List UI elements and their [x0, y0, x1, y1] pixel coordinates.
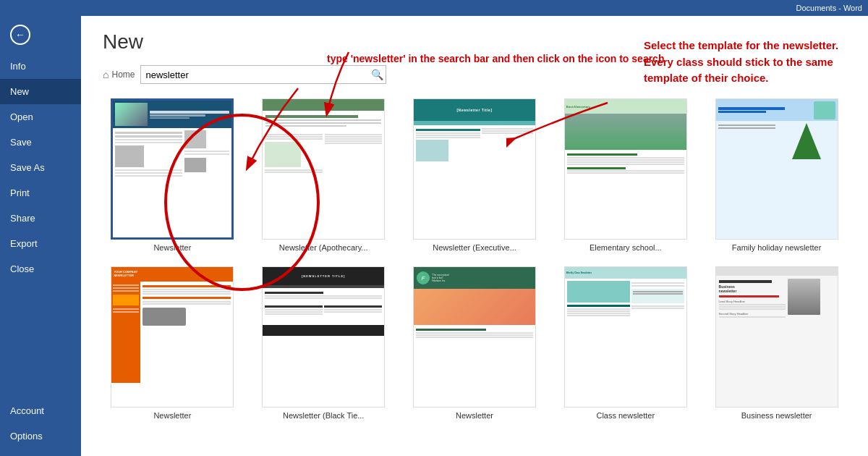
sidebar-item-account[interactable]: Account [0, 398, 81, 423]
template-thumb-1 [111, 98, 234, 240]
template-thumb-8: F "The most naturalfood is fruit"Fabrika… [413, 266, 536, 408]
sidebar-item-options[interactable]: Options [0, 423, 81, 449]
main-container: ← Info New Open Save Save As Print Share… [0, 16, 868, 456]
template-item-10[interactable]: Businessnewsletter Lead Story Headline S… [707, 266, 846, 420]
template-item-3[interactable]: [Newsletter Title] [405, 98, 545, 252]
template-item-5[interactable]: Family holiday newsletter [707, 98, 846, 252]
sidebar: ← Info New Open Save Save As Print Share… [0, 16, 81, 456]
template-thumb-6: YOUR COMPANYNEWSLETTER [111, 266, 234, 408]
title-bar: Documents - Word [0, 0, 868, 16]
sidebar-item-new[interactable]: New [0, 79, 81, 104]
template-label-4: Elementary school... [590, 243, 662, 252]
template-thumb-7: [NEWSLETTER TITLE] [262, 266, 385, 408]
template-label-10: Business newsletter [741, 411, 812, 420]
template-label-2: Newsletter (Apothecary... [279, 243, 368, 252]
sidebar-item-print[interactable]: Print [0, 180, 81, 206]
sidebar-item-save[interactable]: Save [0, 130, 81, 155]
home-label: Home [111, 69, 135, 80]
search-home-button[interactable]: ⌂ Home [103, 69, 135, 80]
template-thumb-4: Birch Elementary [564, 98, 687, 240]
search-input[interactable] [140, 65, 386, 84]
sidebar-item-share[interactable]: Share [0, 206, 81, 231]
template-thumb-2 [262, 98, 385, 240]
template-item-6[interactable]: YOUR COMPANYNEWSLETTER [103, 266, 242, 420]
template-label-3: Newsletter (Executive... [433, 243, 516, 252]
template-item-8[interactable]: F "The most naturalfood is fruit"Fabrika… [405, 266, 545, 420]
templates-grid-row1: Newsletter [103, 98, 846, 252]
template-item-1[interactable]: Newsletter [103, 98, 242, 252]
sidebar-item-open[interactable]: Open [0, 104, 81, 130]
annotation-text-top: type 'newsletter' in the search bar and … [327, 52, 664, 67]
template-item-4[interactable]: Birch Elementary [556, 98, 695, 252]
home-icon: ⌂ [103, 69, 109, 80]
search-wrapper: 🔍 [140, 65, 386, 84]
templates-grid-row2: YOUR COMPANYNEWSLETTER [103, 266, 846, 420]
page-title: New [103, 30, 846, 54]
template-label-7: Newsletter (Black Tie... [283, 411, 364, 420]
template-item-9[interactable]: Weekly Class Newsletter [556, 266, 695, 420]
template-thumb-5 [715, 98, 838, 240]
template-thumb-3: [Newsletter Title] [413, 98, 536, 240]
back-circle-icon: ← [10, 25, 30, 45]
template-label-9: Class newsletter [596, 411, 655, 420]
sidebar-bottom: Account Options [0, 398, 81, 449]
back-button[interactable]: ← [0, 16, 81, 54]
template-item-7[interactable]: [NEWSLETTER TITLE] [254, 266, 393, 420]
sidebar-item-save-as[interactable]: Save As [0, 155, 81, 180]
search-button[interactable]: 🔍 [371, 69, 383, 80]
sidebar-item-info[interactable]: Info [0, 54, 81, 79]
sidebar-item-close[interactable]: Close [0, 256, 81, 282]
template-label-5: Family holiday newsletter [732, 243, 822, 252]
template-label-1: Newsletter [153, 243, 191, 252]
search-bar: ⌂ Home 🔍 [103, 65, 846, 84]
template-item-2[interactable]: Newsletter (Apothecary... [254, 98, 393, 252]
template-label-6: Newsletter [153, 411, 191, 420]
title-bar-text: Documents - Word [796, 4, 863, 12]
annotation-top: type 'newsletter' in the search bar and … [240, 52, 664, 67]
template-label-8: Newsletter [456, 411, 493, 420]
template-thumb-9: Weekly Class Newsletter [564, 266, 687, 408]
content-area: New ⌂ Home 🔍 [81, 16, 868, 456]
template-thumb-10: Businessnewsletter Lead Story Headline S… [715, 266, 838, 408]
sidebar-item-export[interactable]: Export [0, 231, 81, 256]
